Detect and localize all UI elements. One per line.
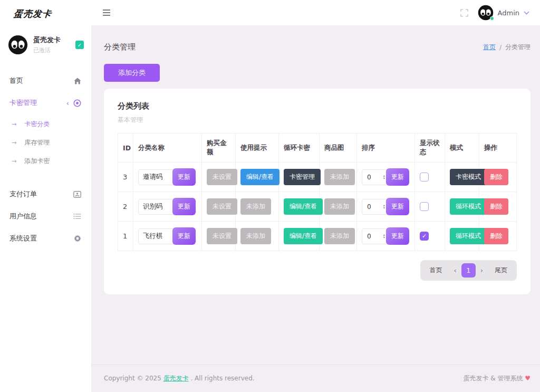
- number-stepper-icon[interactable]: ▴▾: [383, 204, 385, 209]
- loop-card-button[interactable]: 编辑/查看: [284, 198, 323, 215]
- update-sort-button[interactable]: 更新: [386, 227, 409, 245]
- pagination-next-icon[interactable]: ›: [476, 263, 488, 278]
- target-icon: [73, 99, 81, 107]
- check-icon: ✓: [422, 233, 427, 240]
- visibility-checkbox[interactable]: ✓: [420, 232, 429, 241]
- sidebar: 蛋壳发卡 蛋壳发卡 已激活 ✓ 首页: [0, 0, 91, 392]
- list-icon: [73, 213, 81, 219]
- sidebar-nav: 首页 卡密管理 ‹ → 卡密分类: [0, 59, 91, 250]
- arrow-icon: →: [12, 139, 16, 146]
- sort-number-input[interactable]: 0 ▴▾: [362, 199, 388, 215]
- category-list-card: 分类列表 基本管理 ID 分类名称 购买金额 使用提示: [104, 89, 531, 294]
- visibility-checkbox[interactable]: [420, 173, 429, 181]
- product-image-button[interactable]: 未添加: [324, 198, 355, 215]
- user-menu[interactable]: Admin: [478, 5, 529, 21]
- update-sort-button[interactable]: 更新: [386, 168, 409, 186]
- visibility-checkbox[interactable]: [420, 202, 429, 211]
- tip-edit-button[interactable]: 未添加: [240, 198, 271, 215]
- category-name-input[interactable]: [138, 228, 174, 244]
- heart-icon: ♥: [525, 375, 531, 382]
- product-image-button[interactable]: 未添加: [324, 228, 355, 244]
- row-id: 3: [118, 162, 133, 192]
- fullscreen-icon[interactable]: [460, 9, 468, 17]
- pagination-page-1[interactable]: 1: [461, 263, 476, 278]
- row-id: 2: [118, 192, 133, 222]
- avatar: [8, 35, 28, 55]
- sort-number-input[interactable]: 0 ▴▾: [362, 228, 388, 244]
- table-header-row: ID 分类名称 购买金额 使用提示 循环卡密 商品图 排序 显示状态 模式 操作: [118, 133, 517, 162]
- arrow-icon: →: [12, 158, 16, 165]
- sidebar-item-home[interactable]: 首页: [8, 70, 82, 92]
- number-stepper-icon[interactable]: ▴▾: [383, 175, 385, 180]
- delete-button[interactable]: 删除: [484, 169, 508, 185]
- topbar: Admin: [91, 0, 540, 25]
- sidebar-item-system-settings[interactable]: 系统设置: [8, 227, 82, 250]
- arrow-icon: →: [12, 121, 16, 128]
- tip-edit-button[interactable]: 未添加: [240, 228, 271, 244]
- home-icon: [74, 78, 81, 84]
- table-row: 2 更新 未设置 未添加 编辑/查看 未添加: [118, 192, 517, 222]
- update-name-button[interactable]: 更新: [172, 198, 196, 215]
- pagination-first[interactable]: 首页: [423, 262, 449, 279]
- row-id: 1: [118, 222, 133, 251]
- table-row: 3 更新 未设置 编辑/查看 卡密管理 未添加: [118, 162, 517, 192]
- card-title: 分类列表: [118, 101, 517, 111]
- footer-brand-link[interactable]: 蛋壳发卡: [163, 375, 189, 382]
- product-image-button[interactable]: 未添加: [324, 169, 355, 185]
- gear-icon: [74, 235, 81, 242]
- online-status-dot: [490, 16, 494, 21]
- category-name-input[interactable]: [138, 199, 174, 215]
- id-card-icon: [73, 191, 81, 198]
- chevron-down-icon: [524, 11, 529, 15]
- table-row: 1 更新 未设置 未添加 编辑/查看 未添加: [118, 222, 517, 251]
- profile-name: 蛋壳发卡: [33, 35, 61, 45]
- number-stepper-icon[interactable]: ▴▾: [383, 234, 385, 239]
- loop-card-button[interactable]: 卡密管理: [284, 169, 321, 185]
- breadcrumb-home-link[interactable]: 首页: [483, 43, 496, 52]
- pagination: 首页 ‹ 1 › 尾页: [420, 260, 517, 281]
- collapse-chevron-icon: ‹: [66, 99, 69, 107]
- breadcrumb: 首页 / 分类管理: [483, 43, 531, 52]
- profile-status: 已激活: [33, 46, 61, 54]
- category-name-input[interactable]: [138, 169, 174, 185]
- footer-copyright: Copyright © 2025 蛋壳发卡 . All rights reser…: [104, 374, 255, 383]
- pagination-prev-icon[interactable]: ‹: [449, 263, 461, 278]
- content-area: 分类管理 首页 / 分类管理 添加分类 分类列表 基本管理: [91, 25, 540, 392]
- amount-button[interactable]: 未设置: [207, 169, 237, 185]
- sidebar-item-payment-orders[interactable]: 支付订单: [8, 183, 82, 205]
- topbar-avatar: [478, 5, 494, 21]
- update-name-button[interactable]: 更新: [172, 168, 196, 186]
- sidebar-subitem-stock-management[interactable]: → 库存管理: [12, 133, 82, 152]
- hamburger-menu-icon[interactable]: [102, 7, 111, 18]
- delete-button[interactable]: 删除: [484, 198, 508, 215]
- pagination-last[interactable]: 尾页: [488, 262, 514, 279]
- sidebar-item-card-management[interactable]: 卡密管理 ‹: [8, 92, 82, 114]
- mode-button[interactable]: 卡密模式: [450, 169, 487, 185]
- update-sort-button[interactable]: 更新: [386, 198, 409, 215]
- footer-right: 蛋壳发卡 & 管理系统 ♥: [463, 374, 531, 383]
- mode-button[interactable]: 循环模式: [450, 198, 487, 215]
- delete-button[interactable]: 删除: [484, 228, 508, 244]
- activated-check-badge[interactable]: ✓: [75, 41, 84, 49]
- category-table: ID 分类名称 购买金额 使用提示 循环卡密 商品图 排序 显示状态 模式 操作: [118, 133, 517, 251]
- sidebar-subitem-add-card[interactable]: → 添加卡密: [12, 152, 82, 170]
- card-subtitle: 基本管理: [118, 116, 517, 125]
- check-icon: ✓: [78, 42, 82, 48]
- profile-block: 蛋壳发卡 已激活 ✓: [0, 25, 91, 59]
- app-window: 蛋壳发卡 蛋壳发卡 已激活 ✓ 首页: [0, 0, 540, 392]
- amount-button[interactable]: 未设置: [207, 228, 237, 244]
- tip-edit-button[interactable]: 编辑/查看: [240, 169, 279, 185]
- mode-button[interactable]: 循环模式: [450, 228, 487, 244]
- footer: Copyright © 2025 蛋壳发卡 . All rights reser…: [91, 365, 540, 392]
- loop-card-button[interactable]: 编辑/查看: [284, 228, 323, 244]
- amount-button[interactable]: 未设置: [207, 198, 237, 215]
- username-label: Admin: [498, 9, 519, 17]
- sidebar-item-user-info[interactable]: 用户信息: [8, 205, 82, 227]
- update-name-button[interactable]: 更新: [172, 227, 196, 245]
- add-category-button[interactable]: 添加分类: [104, 64, 160, 82]
- sidebar-subitem-card-category[interactable]: → 卡密分类: [12, 115, 82, 133]
- sidebar-submenu: → 卡密分类 → 库存管理 → 添加卡密: [8, 114, 82, 174]
- sort-number-input[interactable]: 0 ▴▾: [362, 169, 388, 185]
- breadcrumb-current: 分类管理: [505, 43, 531, 52]
- brand-logo: 蛋壳发卡: [0, 0, 92, 25]
